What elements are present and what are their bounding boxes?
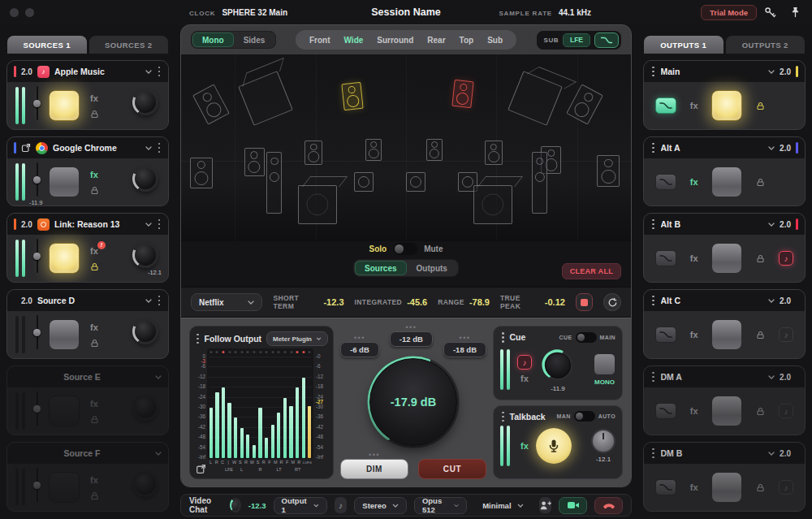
monitor-level-knob[interactable]: -17.9 dB (362, 351, 464, 453)
lfe-toggle[interactable]: LFE (563, 33, 590, 47)
eq-icon[interactable] (655, 250, 676, 266)
video-call-button[interactable] (559, 497, 587, 514)
channel-fader[interactable] (32, 314, 41, 356)
channel-name[interactable]: Source D (37, 296, 140, 305)
level-preset-button[interactable]: -12 dB (390, 331, 433, 347)
speaker[interactable] (244, 148, 265, 176)
eq-icon[interactable] (655, 479, 676, 495)
tab-outputs-2[interactable]: OUTPUTS 2 (726, 36, 806, 54)
loudness-preset-dropdown[interactable]: Netflix (191, 293, 262, 311)
view-tab-rear[interactable]: Rear (427, 36, 445, 45)
window-dot[interactable] (10, 8, 19, 17)
speaker[interactable] (426, 139, 443, 162)
speaker[interactable] (508, 71, 563, 126)
channel-chevron[interactable] (768, 70, 775, 74)
tab-sources-2[interactable]: SOURCES 2 (89, 36, 169, 54)
speaker[interactable] (566, 84, 603, 126)
channel-enable-button[interactable] (49, 396, 80, 426)
dim-options-dots[interactable]: ••• (369, 453, 380, 457)
talkback-level-knob[interactable] (591, 429, 615, 453)
video-chat-knob[interactable] (230, 498, 241, 513)
channel-name[interactable]: Main (661, 67, 764, 76)
cue-mono-button[interactable] (594, 353, 615, 375)
fx-toggle[interactable]: fx (690, 330, 698, 340)
talkback-man-auto-toggle[interactable] (574, 411, 595, 422)
clear-all-button[interactable]: CLEAR ALL (562, 263, 621, 279)
add-person-icon[interactable] (539, 497, 552, 513)
preset-options-dots[interactable]: ••• (460, 336, 471, 340)
pin-icon[interactable] (790, 6, 801, 18)
channel-mode-dropdown[interactable]: Stereo (354, 497, 407, 514)
channel-enable-button[interactable] (49, 90, 80, 121)
talkback-mic-button[interactable] (536, 428, 572, 464)
lock-icon[interactable] (756, 102, 765, 110)
codec-dropdown[interactable]: Opus 512 (414, 497, 467, 514)
channel-level-knob[interactable] (132, 242, 158, 268)
quality-dropdown[interactable]: Minimal (474, 497, 531, 514)
talkback-fx-toggle[interactable]: fx (520, 441, 529, 451)
channel-fader[interactable] (32, 237, 41, 279)
speaker[interactable] (473, 185, 512, 224)
fx-toggle[interactable]: fx! (90, 246, 98, 256)
channel-chevron[interactable] (145, 223, 152, 227)
music-route-button[interactable]: ♪ (779, 480, 793, 495)
channel-name[interactable]: Google Chrome (53, 143, 140, 153)
eq-icon[interactable] (655, 174, 676, 190)
lock-icon[interactable] (756, 483, 765, 492)
lock-icon[interactable] (756, 178, 765, 187)
channel-enable-button[interactable] (711, 472, 742, 503)
cue-music-button[interactable]: ♪ (517, 355, 532, 370)
tab-sources-1[interactable]: SOURCES 1 (7, 36, 87, 54)
view-tab-wide[interactable]: Wide (344, 36, 364, 45)
cue-menu-kebab[interactable] (500, 331, 506, 344)
eq-icon[interactable] (655, 97, 676, 114)
lock-icon[interactable] (90, 415, 99, 424)
meter-plugin-dropdown[interactable]: Meter Plugin (266, 331, 328, 346)
cue-main-toggle[interactable] (576, 332, 597, 343)
expand-meter-icon[interactable] (196, 464, 206, 474)
music-route-button[interactable]: ♪ (779, 251, 793, 266)
speaker[interactable] (532, 152, 547, 214)
fx-toggle[interactable]: fx (690, 482, 698, 492)
speaker[interactable] (192, 84, 230, 126)
channel-menu-kebab[interactable] (157, 294, 162, 308)
window-dot[interactable] (25, 8, 34, 17)
view-tab-top[interactable]: Top (460, 36, 474, 45)
speaker-mute[interactable] (451, 80, 473, 108)
eq-icon[interactable] (655, 327, 676, 343)
channel-chevron[interactable] (145, 146, 152, 150)
fx-toggle[interactable]: fx (90, 399, 98, 409)
channel-name[interactable]: Source E (14, 372, 150, 382)
fx-toggle[interactable]: fx (90, 475, 98, 485)
channel-enable-button[interactable] (711, 90, 742, 121)
preset-options-dots[interactable]: ••• (354, 336, 365, 340)
channel-chevron[interactable] (768, 223, 775, 227)
external-link-icon[interactable] (21, 143, 31, 153)
channel-menu-kebab[interactable] (650, 447, 656, 461)
lock-icon[interactable] (90, 491, 99, 500)
window-controls[interactable] (10, 8, 34, 17)
talkback-menu-kebab[interactable] (500, 410, 506, 424)
speaker[interactable] (365, 139, 382, 162)
cue-level-knob[interactable]: -11.9 (539, 347, 577, 392)
channel-name[interactable]: Alt A (661, 143, 764, 153)
channel-name[interactable]: DM A (661, 372, 764, 382)
loudness-reset-button[interactable] (603, 293, 621, 311)
channel-enable-button[interactable] (711, 167, 742, 197)
channel-level-knob[interactable] (132, 318, 158, 344)
speaker[interactable] (304, 141, 322, 165)
channel-menu-kebab[interactable] (157, 65, 162, 79)
channel-chevron[interactable] (768, 452, 775, 456)
channel-enable-button[interactable] (49, 472, 80, 503)
channel-enable-button[interactable] (49, 167, 80, 197)
channel-name[interactable]: DM B (661, 448, 764, 458)
channel-level-knob[interactable] (132, 471, 158, 497)
lock-icon[interactable] (756, 331, 765, 340)
speaker[interactable] (485, 141, 503, 165)
channel-menu-kebab[interactable] (650, 65, 656, 79)
speaker[interactable] (298, 185, 337, 224)
lock-icon[interactable] (90, 110, 99, 119)
trial-mode-badge[interactable]: Trial Mode (701, 5, 757, 20)
channel-level-knob[interactable] (132, 89, 158, 115)
channel-name[interactable]: Link: Reason 13 (54, 219, 140, 229)
